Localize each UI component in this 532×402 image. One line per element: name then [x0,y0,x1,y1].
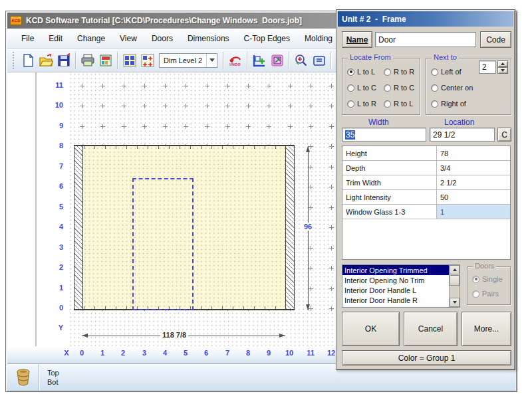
properties-table: Height78 Depth3/4 Trim Width2 1/2 Light … [342,146,511,260]
menu-molding[interactable]: Molding [297,31,340,47]
radio-center-on[interactable]: Center on [431,84,473,92]
note-icon[interactable] [310,51,328,69]
property-value-highlighted[interactable]: 1 [437,205,510,219]
radio-r-to-c[interactable]: R to C [384,84,414,92]
location-input[interactable]: 29 1/2 [430,128,495,142]
spinner-up-button[interactable] [497,60,508,67]
table-row[interactable]: Depth3/4 [342,161,510,175]
property-name: Height [342,146,437,160]
x-axis-label: 2 [116,349,130,357]
table-row[interactable]: Height78 [342,146,510,161]
scroll-thumb[interactable] [450,275,460,286]
trash-icon [13,367,33,387]
cancel-button[interactable]: Cancel [404,312,458,346]
save-icon[interactable] [55,51,72,69]
list-scrollbar[interactable] [449,265,460,307]
radio-single: Single [472,275,503,283]
list-item[interactable]: Interior Opening Trimmed [342,265,460,275]
width-column-label: Width [368,118,389,127]
menu-ctop-edges[interactable]: C-Top Edges [237,31,297,47]
name-input[interactable]: Door [375,32,476,47]
save-image-icon[interactable] [96,51,114,69]
kcd-logo-icon: KCD [10,16,22,25]
chevron-down-icon[interactable] [206,54,217,67]
next-to-label: Next to [432,53,459,61]
c-button[interactable]: C [497,128,511,142]
radio-l-to-r[interactable]: L to R [347,100,376,108]
status-line-bot: Bot [47,377,59,387]
list-item[interactable]: Interior Opening No Trim [342,275,460,285]
scroll-up-button[interactable] [450,265,460,274]
grid-blocks-icon[interactable] [120,51,138,69]
toolbar-drag-handle[interactable] [13,52,16,69]
dim-level-combo[interactable]: Dim Level 2 [159,53,217,68]
menu-doors[interactable]: Doors [144,31,180,47]
width-input[interactable]: 35 [342,128,426,142]
ok-button[interactable]: OK [342,312,400,346]
toolbar-separator [75,52,76,69]
menu-change[interactable]: Change [70,31,112,47]
frame-left-stile-hatch [74,146,83,309]
table-row[interactable]: Window Glass 1-31 [342,205,510,219]
spinner-down-button[interactable] [497,67,508,74]
radio-l-to-c[interactable]: L to C [347,84,376,92]
next-to-group: Next to 2 Left of Center on Right of [426,58,511,115]
menu-view[interactable]: View [112,31,144,47]
x-axis-label: 3 [137,349,152,357]
radio-label: Pairs [482,290,499,298]
radio-label: Center on [441,84,473,92]
radio-icon [472,276,479,283]
list-item[interactable]: Kitchen Door Handle L [342,305,460,308]
zoom-in-icon[interactable] [292,51,310,69]
radio-icon [384,100,391,108]
open-folder-icon[interactable] [37,51,55,69]
property-value[interactable]: 3/4 [437,161,510,175]
doors-group: Doors Single Pairs [467,266,511,305]
radio-icon [347,68,354,76]
trash-tool[interactable] [7,364,39,391]
list-item[interactable]: Interior Door Handle L [342,285,460,295]
radio-label: L to C [357,84,376,92]
code-button[interactable]: Code [480,31,511,48]
radio-r-to-l[interactable]: R to L [384,100,413,108]
status-line-top: Top [47,368,59,377]
name-button[interactable]: Name [342,31,372,48]
property-value[interactable]: 2 1/2 [437,175,510,189]
color-group-button[interactable]: Color = Group 1 [342,350,511,365]
x-axis-label: 7 [220,349,235,357]
menu-edit[interactable]: Edit [41,31,70,47]
radio-label: L to R [357,100,376,108]
menu-file[interactable]: File [14,31,41,47]
arrow-up-icon [453,268,457,271]
next-to-input[interactable]: 2 [479,60,496,74]
radio-right-of[interactable]: Right of [431,100,466,108]
plan-add-icon[interactable] [250,51,268,69]
radio-pairs: Pairs [472,290,499,298]
elevation-view-icon[interactable] [268,51,286,69]
doors-label: Doors [473,262,496,270]
opening-style-list[interactable]: Interior Opening Trimmed Interior Openin… [342,264,460,308]
height-dimension-label: 96 [303,223,313,231]
x-axis-label: 11 [303,349,318,357]
scroll-down-button[interactable] [450,298,460,307]
table-row[interactable]: Trim Width2 1/2 [342,175,510,190]
new-document-icon[interactable] [19,51,37,69]
radio-l-to-l[interactable]: L to L [347,68,375,76]
property-value[interactable]: 78 [437,146,510,160]
radio-left-of[interactable]: Left of [431,68,462,76]
undo-icon[interactable]: UNDO [226,51,244,69]
grid-add-icon[interactable] [138,51,156,69]
undo-label: UNDO [229,62,241,66]
arrow-down-icon [501,69,505,72]
more-button[interactable]: More... [462,312,511,346]
list-item[interactable]: Interior Door Handle R [342,295,460,305]
dialog-title-bar: Unit # 2 - Frame [338,11,513,27]
property-value[interactable]: 50 [437,190,510,204]
print-icon[interactable] [78,51,96,69]
table-row[interactable]: Light Intensity50 [342,190,510,205]
door-placement-outline[interactable] [132,178,194,310]
unit-properties-dialog: Unit # 2 - Frame Name Door Code Locate F… [336,9,515,370]
radio-icon [384,84,391,92]
menu-dimensions[interactable]: Dimensions [180,31,237,47]
radio-r-to-r[interactable]: R to R [384,68,414,76]
